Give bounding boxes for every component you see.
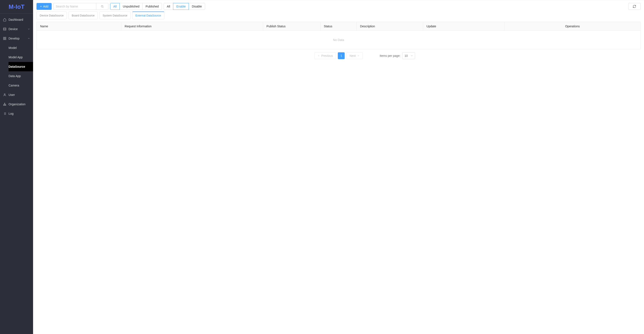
sidebar-label-modelapp: Model App — [8, 56, 30, 59]
search-icon — [101, 5, 104, 8]
th-status: Status — [320, 22, 357, 31]
svg-rect-0 — [4, 28, 6, 30]
main-content: Add All Unpublished Published All Enable… — [33, 0, 644, 334]
svg-point-11 — [4, 105, 5, 106]
table-header-row: Name Request Information Publish Status … — [37, 22, 640, 31]
org-icon — [3, 103, 6, 106]
svg-rect-5 — [4, 39, 4, 40]
sidebar-label-device: Device — [8, 27, 26, 31]
sidebar-label-dashboard: Dashboard — [8, 18, 30, 21]
chevron-left-icon — [318, 55, 320, 57]
publish-filter-published[interactable]: Published — [142, 3, 162, 10]
sidebar-item-log[interactable]: Log — [0, 109, 33, 118]
status-filter-all[interactable]: All — [164, 3, 174, 10]
sidebar-item-dashboard[interactable]: Dashboard — [0, 15, 33, 24]
svg-point-10 — [5, 105, 6, 106]
items-per-page-value: 10 — [404, 54, 408, 58]
sidebar: M-IoT Dashboard Device Develop — [0, 0, 33, 334]
publish-filter-all[interactable]: All — [110, 3, 120, 10]
tab-device-datasource[interactable]: Device DataSource — [36, 12, 67, 19]
sidebar-label-user: User — [8, 93, 30, 97]
th-description: Description — [356, 22, 423, 31]
previous-label: Previous — [321, 54, 333, 58]
th-request-information: Request Information — [121, 22, 263, 31]
list-icon — [3, 112, 6, 115]
plus-icon — [40, 5, 42, 8]
refresh-button[interactable] — [628, 3, 640, 10]
sidebar-submenu-develop: Model Model App DataSource Data App Came… — [0, 43, 33, 90]
svg-point-20 — [101, 5, 103, 7]
sidebar-label-dataapp: Data App — [8, 74, 30, 78]
chevron-down-icon — [410, 55, 413, 57]
pagination: Previous 1 Next Items per page: 10 — [33, 49, 644, 62]
status-filter-disable[interactable]: Disable — [189, 3, 205, 10]
sidebar-item-modelapp[interactable]: Model App — [8, 53, 33, 62]
add-button-label: Add — [43, 5, 48, 8]
sidebar-label-log: Log — [8, 112, 30, 115]
sidebar-item-datasource[interactable]: DataSource — [8, 62, 33, 71]
svg-point-8 — [4, 103, 5, 104]
data-table: Name Request Information Publish Status … — [36, 22, 640, 49]
page-number-1[interactable]: 1 — [338, 52, 344, 59]
publish-filter-unpublished[interactable]: Unpublished — [120, 3, 142, 10]
status-filter-enable[interactable]: Enable — [173, 3, 189, 10]
svg-line-21 — [103, 7, 104, 8]
status-filter-group: All Enable Disable — [164, 3, 205, 10]
th-operations: Operations — [504, 22, 640, 31]
sidebar-item-develop[interactable]: Develop — [0, 34, 33, 43]
logo-text: M-IoT — [8, 4, 24, 10]
sidebar-label-develop: Develop — [8, 37, 26, 40]
home-icon — [3, 18, 6, 21]
chevron-up-icon — [28, 37, 30, 40]
svg-rect-4 — [5, 37, 6, 38]
tab-external-datasource[interactable]: External DataSource — [132, 12, 164, 19]
table-empty-state: No Data — [37, 31, 640, 49]
datasource-tabs: Device DataSource Board DataSource Syste… — [33, 12, 644, 22]
next-label: Next — [350, 54, 356, 58]
svg-rect-6 — [5, 39, 6, 40]
toolbar: Add All Unpublished Published All Enable… — [33, 0, 644, 12]
sidebar-label-datasource: DataSource — [8, 65, 30, 68]
th-publish-status: Publish Status — [263, 22, 320, 31]
publish-filter-group: All Unpublished Published — [110, 3, 162, 10]
search-wrap — [53, 3, 108, 10]
sidebar-label-model: Model — [8, 46, 30, 50]
sidebar-item-camera[interactable]: Camera — [8, 81, 33, 90]
tab-board-datasource[interactable]: Board DataSource — [68, 12, 98, 19]
next-page-button[interactable]: Next — [346, 52, 363, 59]
tab-system-datasource[interactable]: System DataSource — [100, 12, 130, 19]
sidebar-label-organization: Organization — [8, 103, 30, 106]
search-button[interactable] — [96, 3, 108, 10]
previous-page-button[interactable]: Previous — [314, 52, 336, 59]
chevron-right-icon — [357, 55, 360, 57]
sidebar-item-user[interactable]: User — [0, 90, 33, 100]
sidebar-item-model[interactable]: Model — [8, 43, 33, 53]
apps-icon — [3, 37, 6, 40]
chevron-down-icon — [28, 28, 30, 30]
sidebar-item-organization[interactable]: Organization — [0, 100, 33, 109]
refresh-icon — [633, 5, 636, 8]
sidebar-item-dataapp[interactable]: Data App — [8, 71, 33, 81]
grid-icon — [3, 27, 6, 31]
add-button[interactable]: Add — [36, 3, 52, 10]
sidebar-item-device[interactable]: Device — [0, 24, 33, 34]
user-icon — [3, 93, 6, 97]
svg-point-9 — [4, 105, 4, 106]
svg-rect-3 — [4, 37, 4, 38]
th-update: Update — [423, 22, 505, 31]
empty-text: No Data — [333, 38, 344, 42]
logo-area: M-IoT — [0, 0, 33, 14]
sidebar-label-camera: Camera — [8, 84, 30, 87]
items-per-page-label: Items per page: — [380, 54, 400, 58]
search-input[interactable] — [53, 3, 96, 10]
items-per-page: Items per page: 10 — [380, 52, 415, 59]
nav: Dashboard Device Develop Model — [0, 14, 33, 334]
th-name: Name — [37, 22, 121, 31]
svg-point-7 — [4, 94, 5, 95]
items-per-page-select[interactable]: 10 — [402, 52, 415, 59]
